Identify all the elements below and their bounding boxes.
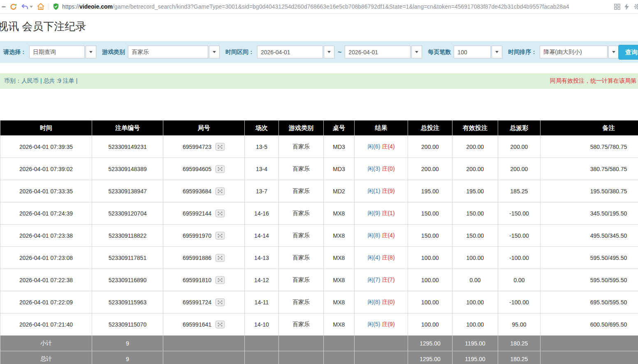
- game-type-input[interactable]: [128, 46, 208, 58]
- chevron-down-icon: [495, 51, 499, 53]
- result-player: 闲(9): [367, 210, 380, 216]
- col-header-total-bet: 总投注: [408, 121, 452, 136]
- cell-total-bet[interactable]: 100.00: [408, 313, 452, 336]
- result-banker: 庄(9): [382, 188, 394, 194]
- cell-session: 14-10: [245, 313, 279, 336]
- cell-total-bet[interactable]: 100.00: [408, 269, 452, 291]
- result-banker: 庄(4): [382, 143, 394, 150]
- cell-time: 2026-04-01 07:23:38: [0, 225, 92, 247]
- cell-payout: -100.00: [498, 247, 541, 269]
- refresh-icon[interactable]: [9, 3, 17, 11]
- cell-bet-id: 523309115963: [92, 291, 163, 313]
- cell-session: 13-5: [245, 136, 279, 158]
- cell-total-bet[interactable]: 200.00: [408, 158, 452, 180]
- result-player: 闲(6): [367, 143, 380, 150]
- cell-session: 14-14: [245, 225, 279, 247]
- game-type-dropdown-button[interactable]: [209, 46, 220, 58]
- cell-total-bet[interactable]: 195.00: [408, 180, 452, 202]
- table-body: 2026-04-01 07:39:35 523309149231 6959947…: [0, 136, 638, 336]
- cell-valid-bet: 0.00: [452, 269, 498, 291]
- extensions-grid-icon[interactable]: [614, 4, 620, 10]
- bet-records-table: 时间注单编号局号场次游戏类别桌号结果总投注有效投注总派彩备注 2026-04-0…: [0, 120, 638, 364]
- result-player: 闲(8): [367, 232, 380, 239]
- replay-dice-icon[interactable]: [215, 232, 225, 240]
- round-number: 695991641: [183, 321, 211, 328]
- cell-total-bet[interactable]: 100.00: [408, 247, 452, 269]
- url-domain: videoie.com: [79, 3, 113, 10]
- summary-empty-cell: [541, 351, 638, 364]
- table-row: 2026-04-01 07:39:02 523309148389 6959946…: [0, 158, 638, 180]
- replay-dice-icon[interactable]: [215, 165, 225, 173]
- cell-table-no: MD2: [324, 180, 355, 202]
- replay-dice-icon[interactable]: [215, 143, 225, 151]
- query-type-dropdown-button[interactable]: [86, 46, 96, 58]
- lightning-icon[interactable]: [624, 3, 629, 10]
- clipped-menu-icon[interactable]: [2, 6, 6, 7]
- summary-empty-cell: [324, 336, 355, 351]
- gear-icon[interactable]: [633, 3, 638, 10]
- page-size-combo: [454, 46, 502, 58]
- chevron-down-icon: [89, 51, 93, 53]
- date-from-dropdown-button[interactable]: [324, 46, 334, 58]
- cell-table-no: MX8: [324, 247, 355, 269]
- col-header-round: 局号: [163, 121, 245, 136]
- replay-dice-icon[interactable]: [215, 209, 225, 218]
- cell-table-no: MX8: [324, 225, 355, 247]
- home-icon[interactable]: [37, 2, 45, 11]
- search-button[interactable]: 查询: [618, 45, 638, 60]
- sort-dropdown-button[interactable]: [608, 46, 619, 58]
- query-type-input[interactable]: [29, 46, 85, 58]
- cell-bet-id: 523309149231: [92, 136, 163, 158]
- cell-valid-bet: 200.00: [452, 158, 498, 180]
- col-header-valid-bet: 有效投注: [452, 121, 498, 136]
- col-header-result: 结果: [355, 121, 408, 136]
- cell-bet-id: 523309118822: [92, 225, 163, 247]
- cell-total-bet[interactable]: 150.00: [408, 225, 452, 247]
- replay-dice-icon[interactable]: [215, 298, 225, 306]
- cell-total-bet[interactable]: 150.00: [408, 202, 452, 225]
- date-from-combo: [257, 46, 334, 58]
- cell-result: 闲(7) 庄(7): [355, 269, 408, 291]
- cell-valid-bet: 150.00: [452, 225, 498, 247]
- address-bar[interactable]: https://videoie.com/game/betrecord_searc…: [62, 3, 610, 10]
- cell-total-bet[interactable]: 200.00: [408, 136, 452, 158]
- table-header-row: 时间注单编号局号场次游戏类别桌号结果总投注有效投注总派彩备注: [0, 121, 638, 136]
- cell-valid-bet: 200.00: [452, 136, 498, 158]
- date-to-input[interactable]: [345, 46, 411, 58]
- round-number: 695994605: [183, 166, 211, 172]
- result-banker: 庄(9): [382, 321, 394, 327]
- cell-remark: 595.50/595.50: [541, 269, 638, 291]
- date-to-dropdown-button[interactable]: [411, 46, 422, 58]
- summary-payout: 180.25: [498, 351, 541, 364]
- sort-input[interactable]: [540, 46, 608, 58]
- col-header-payout: 总派彩: [498, 121, 541, 136]
- cell-time: 2026-04-01 07:21:40: [0, 313, 92, 336]
- cell-round: 695991886: [163, 247, 245, 269]
- undo-dropdown-caret[interactable]: [30, 6, 33, 8]
- cell-valid-bet: 100.00: [452, 313, 498, 336]
- replay-dice-icon[interactable]: [215, 276, 225, 284]
- ssl-shield-icon[interactable]: [53, 3, 59, 10]
- replay-dice-icon[interactable]: [215, 254, 225, 262]
- result-banker: 庄(1): [382, 210, 394, 216]
- cell-table-no: MD3: [324, 136, 355, 158]
- info-bar: 币别：人民币 | 总共 :9 注单 | 同局有效投注，统一计算在该局第: [0, 73, 638, 89]
- cell-bet-id: 523309148389: [92, 158, 163, 180]
- date-from-input[interactable]: [257, 46, 323, 58]
- summary-empty-cell: [541, 336, 638, 351]
- cell-payout: -150.00: [498, 225, 541, 247]
- page-size-dropdown-button[interactable]: [492, 46, 502, 58]
- cell-total-bet[interactable]: 100.00: [408, 291, 452, 313]
- cell-game-type: 百家乐: [279, 225, 324, 247]
- result-player: 闲(7): [367, 276, 380, 283]
- cell-bet-id: 523309117851: [92, 247, 163, 269]
- cell-payout: 95.00: [498, 313, 541, 336]
- undo-icon[interactable]: [21, 3, 29, 10]
- query-type-label: 请选择：: [3, 49, 26, 56]
- cell-remark: 345.50/195.50: [541, 202, 638, 225]
- replay-dice-icon[interactable]: [215, 187, 225, 195]
- replay-dice-icon[interactable]: [215, 320, 225, 329]
- summary-row: 总计 9 1295.00 1195.00 180.25: [0, 351, 638, 364]
- col-header-remark: 备注: [541, 121, 638, 136]
- page-size-input[interactable]: [454, 46, 491, 58]
